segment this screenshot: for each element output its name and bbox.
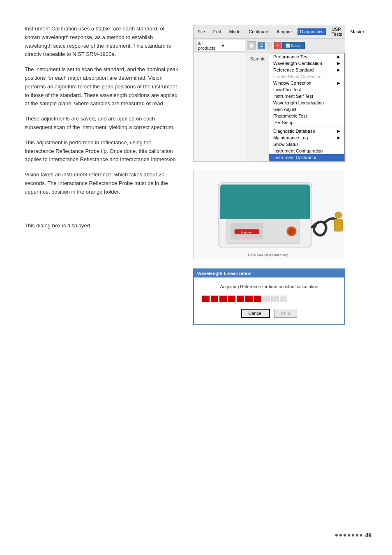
page-dots: [335, 534, 362, 536]
menu-gain-adjust[interactable]: Gain Adjust: [269, 106, 344, 113]
print-button: Print: [274, 309, 297, 318]
paragraph-1: Instrument Calibration uses a stable rar…: [25, 25, 181, 59]
paragraph-5: Vision takes an instrument reference, wh…: [25, 171, 181, 196]
dot-1: [335, 534, 338, 536]
progress-segment-10: [280, 296, 287, 302]
arrow-icon: ▶: [337, 68, 340, 72]
instrument-image: Metrohm NIRS XDS OptiProbe Analy...: [193, 170, 345, 260]
svg-rect-9: [334, 219, 343, 231]
diagnostics-dropdown-menu: Performance Test ▶ Wavelength Certificat…: [269, 53, 345, 161]
menu-wavelength-linearization[interactable]: Wavelength Linearization: [269, 99, 344, 106]
instrument-illustration: Metrohm NIRS XDS OptiProbe Analy...: [194, 170, 345, 260]
menu-configure[interactable]: Configure: [246, 28, 271, 35]
right-column: File Edit Mode Configure Acquire Diagnos…: [193, 25, 376, 325]
menu-file[interactable]: File: [195, 28, 208, 35]
minus-icon[interactable]: −: [266, 42, 273, 49]
menu-acquire[interactable]: Acquire: [274, 28, 294, 35]
dot-3: [344, 534, 346, 536]
menu-diagnostic-db[interactable]: Diagnostic Database ▶: [269, 128, 344, 134]
arrow-icon: ▶: [337, 129, 340, 133]
arrow-icon: ▶: [337, 61, 340, 65]
dot-2: [339, 534, 342, 536]
dot-7: [360, 534, 362, 536]
menu-master[interactable]: Master: [348, 28, 367, 35]
page-number: 49: [365, 532, 371, 539]
dialog-buttons: Cancel Print: [202, 309, 336, 318]
menu-wavelength-cert[interactable]: Wavelength Certification ▶: [269, 60, 344, 67]
menu-reference-standard[interactable]: Reference Standard ▶: [269, 67, 344, 73]
progress-segment-3: [219, 296, 227, 302]
paragraph-3: These adjustments are saved, and are app…: [25, 115, 181, 132]
document-icon: 📄: [247, 41, 256, 50]
menu-diagnostics[interactable]: Diagnostics: [297, 28, 326, 35]
progress-segment-2: [211, 296, 218, 302]
progress-segment-4: [228, 296, 235, 302]
menu-ipv-setup[interactable]: IPV Setup: [269, 119, 344, 126]
spectrum-icon: 📊 Spectr: [282, 42, 305, 49]
menu-maintenance-log[interactable]: Maintenance Log ▶: [269, 134, 344, 141]
body-text-column: Instrument Calibration uses a stable rar…: [25, 25, 181, 325]
menu-toolbar: all products ▼ 📄 💾 − ✕ 📊 Spectr: [194, 39, 345, 53]
menu-bar: File Edit Mode Configure Acquire Diagnos…: [194, 25, 345, 39]
svg-rect-4: [220, 209, 310, 219]
menu-performance-test[interactable]: Performance Test ▶: [269, 53, 344, 60]
separator: [269, 127, 344, 127]
cancel-button[interactable]: Cancel: [241, 309, 270, 318]
dropdown-value: all products: [198, 41, 221, 51]
sample-label-area: Sample: [247, 53, 269, 161]
dropdown-arrow-icon[interactable]: ▼: [221, 43, 243, 48]
dot-4: [348, 534, 350, 536]
svg-text:NIRS XDS OptiProbe Analy...: NIRS XDS OptiProbe Analy...: [248, 253, 291, 257]
dot-6: [356, 534, 358, 536]
close-icon[interactable]: ✕: [274, 42, 281, 49]
progress-bar: [202, 296, 336, 302]
menu-usp-tests[interactable]: USP Tests: [329, 26, 345, 37]
svg-point-8: [288, 228, 295, 235]
dot-5: [352, 534, 354, 536]
wavelength-linearization-dialog: Wavelength Linearization Acquiring Refer…: [193, 268, 345, 325]
progress-segment-9: [271, 296, 279, 302]
svg-text:Metrohm: Metrohm: [241, 231, 253, 234]
menu-screenshot: File Edit Mode Configure Acquire Diagnos…: [193, 25, 345, 162]
page-footer: 49: [335, 532, 371, 539]
menu-content: Sample Performance Test ▶ Wavelength Cer…: [194, 53, 345, 161]
progress-segment-8: [263, 296, 270, 302]
progress-segment-5: [237, 296, 244, 302]
menu-low-flux[interactable]: Low-Flux Test: [269, 86, 344, 93]
menu-instrument-calibration[interactable]: Instrument Calibration: [269, 154, 344, 161]
paragraph-6: This dialog box is displayed.: [25, 222, 181, 230]
paragraph-4: This adjustment is performed in reflecta…: [25, 139, 181, 164]
products-dropdown[interactable]: all products ▼: [196, 40, 245, 51]
menu-mode[interactable]: Mode: [227, 28, 243, 35]
sample-label: Sample: [250, 56, 265, 61]
menu-instrument-config[interactable]: Instrument Configuration: [269, 148, 344, 154]
dialog-content: Acquiring Reference for time constant ca…: [194, 278, 344, 324]
menu-instrument-self-test[interactable]: Instrument Self Test: [269, 93, 344, 99]
menu-show-status[interactable]: Show Status: [269, 141, 344, 148]
menu-create-blank: Create Blank Correction: [269, 73, 344, 80]
menu-left-area: [194, 53, 247, 161]
progress-segment-7: [254, 296, 261, 302]
menu-window-correction[interactable]: Window Correction ▶: [269, 80, 344, 86]
dialog-message: Acquiring Reference for time constant ca…: [202, 284, 336, 289]
dialog-title: Wavelength Linearization: [197, 271, 251, 276]
menu-edit[interactable]: Edit: [211, 28, 224, 35]
paragraph-2: The instrument is set to scan the standa…: [25, 65, 181, 108]
arrow-icon: ▶: [337, 136, 340, 140]
arrow-icon: ▶: [337, 81, 340, 85]
arrow-icon: ▶: [337, 55, 340, 59]
svg-point-10: [335, 212, 342, 218]
save-icon[interactable]: 💾: [258, 42, 265, 49]
menu-photometric-test[interactable]: Photometric Test: [269, 113, 344, 119]
progress-segment-1: [202, 296, 210, 302]
dialog-title-bar: Wavelength Linearization: [194, 269, 344, 278]
progress-segment-6: [245, 296, 253, 302]
